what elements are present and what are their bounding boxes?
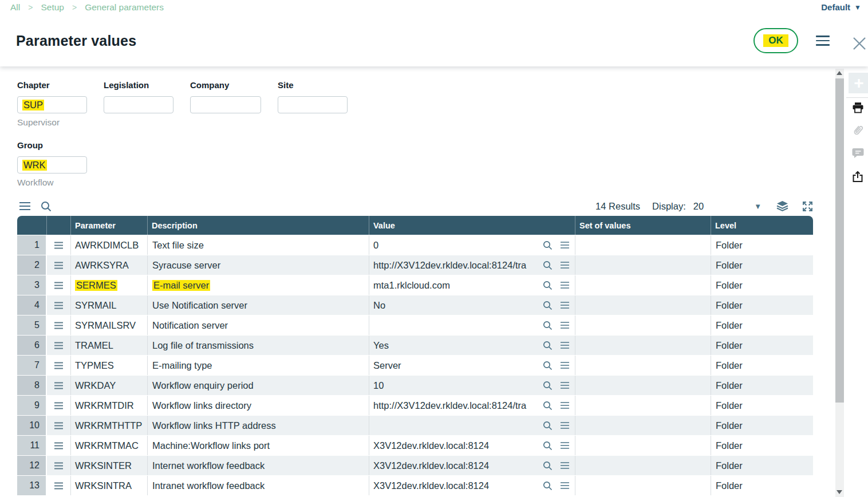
display-dropdown-icon[interactable]: ▼ (754, 202, 762, 211)
chapter-input[interactable]: SUP (17, 96, 87, 113)
value-menu-icon[interactable] (560, 362, 570, 369)
display-value[interactable]: 20 (693, 201, 704, 212)
table-row[interactable]: 3SERMESE-mail servermta1.rklcloud.comFol… (17, 275, 813, 295)
value-menu-icon[interactable] (560, 482, 570, 489)
value-cell[interactable]: X3V12dev.rkldev.local:8124 (369, 456, 575, 475)
ok-button[interactable]: OK (753, 28, 798, 53)
description-cell: E-mailing type (148, 356, 369, 375)
table-row[interactable]: 4SYRMAILUse Notification serverNoFolder (17, 295, 813, 315)
row-menu-icon[interactable] (47, 235, 71, 255)
table-row[interactable]: 5SYRMAILSRVNotification serverFolder (17, 315, 813, 335)
group-input[interactable]: WRK (17, 156, 87, 173)
grid-search-icon[interactable] (41, 201, 52, 212)
value-menu-icon[interactable] (560, 342, 570, 349)
value-menu-icon[interactable] (560, 302, 570, 309)
value-lookup-icon[interactable] (543, 441, 553, 451)
share-icon[interactable] (851, 170, 864, 183)
header-value[interactable]: Value (369, 216, 575, 235)
value-cell[interactable] (369, 315, 575, 335)
value-cell[interactable]: mta1.rklcloud.com (369, 275, 575, 295)
layers-icon[interactable] (776, 200, 789, 212)
value-lookup-icon[interactable] (543, 381, 553, 391)
attachment-icon[interactable] (851, 124, 864, 137)
value-cell[interactable]: http://X3V12dev.rkldev.local:8124/tra (369, 255, 575, 275)
add-icon[interactable]: + (849, 73, 868, 93)
site-input[interactable] (278, 96, 348, 113)
row-menu-icon[interactable] (47, 476, 71, 495)
value-cell[interactable]: X3V12dev.rkldev.local:8124 (369, 476, 575, 495)
value-lookup-icon[interactable] (543, 361, 553, 370)
view-selector[interactable]: Default ▼ (821, 2, 861, 12)
scroll-down-arrow[interactable] (837, 490, 842, 494)
breadcrumb-all[interactable]: All (10, 2, 20, 13)
row-menu-icon[interactable] (47, 315, 71, 335)
value-lookup-icon[interactable] (543, 301, 553, 310)
comment-icon[interactable] (851, 147, 864, 160)
table-row[interactable]: 9WRKRMTDIRWorkflow links directoryhttp:/… (17, 395, 813, 415)
row-menu-icon[interactable] (47, 436, 71, 455)
header-set-of-values[interactable]: Set of values (575, 216, 711, 235)
table-row[interactable]: 10WRKRMTHTTPWorkflow links HTTP addressF… (17, 415, 813, 435)
value-menu-icon[interactable] (560, 462, 570, 469)
value-cell[interactable]: 10 (369, 376, 575, 395)
row-menu-icon[interactable] (47, 356, 71, 375)
table-row[interactable]: 7TYPMESE-mailing typeServerFolder (17, 355, 813, 375)
row-number: 1 (17, 235, 47, 255)
table-row[interactable]: 2AWRKSYRASyracuse serverhttp://X3V12dev.… (17, 255, 813, 275)
breadcrumb-general-parameters[interactable]: General parameters (85, 2, 164, 13)
value-cell[interactable]: Server (369, 356, 575, 375)
value-menu-icon[interactable] (560, 422, 570, 429)
value-menu-icon[interactable] (560, 262, 570, 269)
header-parameter[interactable]: Parameter (71, 216, 148, 235)
header-description[interactable]: Description (148, 216, 369, 235)
table-row[interactable]: 8WRKDAYWorkflow enquiry period10Folder (17, 375, 813, 395)
row-menu-icon[interactable] (47, 275, 71, 295)
legislation-input[interactable] (104, 96, 173, 113)
table-row[interactable]: 12WRKSINTERInternet workflow feedbackX3V… (17, 455, 813, 475)
fullscreen-icon[interactable] (802, 201, 813, 212)
grid-menu-icon[interactable] (19, 202, 31, 211)
row-menu-icon[interactable] (47, 416, 71, 435)
value-lookup-icon[interactable] (543, 461, 553, 471)
row-menu-icon[interactable] (47, 255, 71, 275)
value-lookup-icon[interactable] (543, 240, 553, 250)
header-level[interactable]: Level (711, 216, 813, 235)
value-cell[interactable]: No (369, 295, 575, 315)
scrollbar-thumb[interactable] (835, 78, 844, 403)
value-menu-icon[interactable] (560, 282, 570, 289)
set-of-values-cell (575, 235, 711, 255)
value-cell[interactable]: 0 (369, 235, 575, 255)
table-row[interactable]: 6TRAMELLog file of transmissionsYesFolde… (17, 335, 813, 355)
table-row[interactable]: 1AWRKDIMCLBText file size0Folder (17, 235, 813, 255)
page-menu-icon[interactable] (816, 34, 830, 47)
value-lookup-icon[interactable] (543, 321, 553, 330)
value-lookup-icon[interactable] (543, 261, 553, 270)
value-lookup-icon[interactable] (543, 481, 553, 491)
value-lookup-icon[interactable] (543, 401, 553, 411)
print-icon[interactable] (851, 101, 864, 114)
row-menu-icon[interactable] (47, 456, 71, 475)
value-menu-icon[interactable] (560, 382, 570, 389)
value-lookup-icon[interactable] (543, 281, 553, 290)
row-menu-icon[interactable] (47, 396, 71, 415)
value-menu-icon[interactable] (560, 242, 570, 249)
value-cell[interactable]: Yes (369, 336, 575, 355)
value-lookup-icon[interactable] (543, 421, 553, 431)
row-menu-icon[interactable] (47, 295, 71, 315)
company-input[interactable] (190, 96, 261, 113)
value-menu-icon[interactable] (560, 402, 570, 409)
table-row[interactable]: 11WRKRMTMACMachine:Workflow links portX3… (17, 435, 813, 455)
value-cell[interactable]: X3V12dev.rkldev.local:8124 (369, 436, 575, 455)
row-menu-icon[interactable] (47, 376, 71, 395)
value-cell[interactable]: http://X3V12dev.rkldev.local:8124/tra (369, 396, 575, 415)
value-menu-icon[interactable] (560, 322, 570, 329)
vertical-scrollbar[interactable] (835, 69, 844, 497)
scroll-up-arrow[interactable] (837, 71, 842, 75)
value-lookup-icon[interactable] (543, 341, 553, 350)
breadcrumb-setup[interactable]: Setup (41, 2, 64, 13)
table-row[interactable]: 13WRKSINTRAIntranet workflow feedbackX3V… (17, 475, 813, 495)
close-icon[interactable] (851, 36, 867, 52)
value-menu-icon[interactable] (560, 442, 570, 449)
value-cell[interactable] (369, 416, 575, 435)
row-menu-icon[interactable] (47, 336, 71, 355)
